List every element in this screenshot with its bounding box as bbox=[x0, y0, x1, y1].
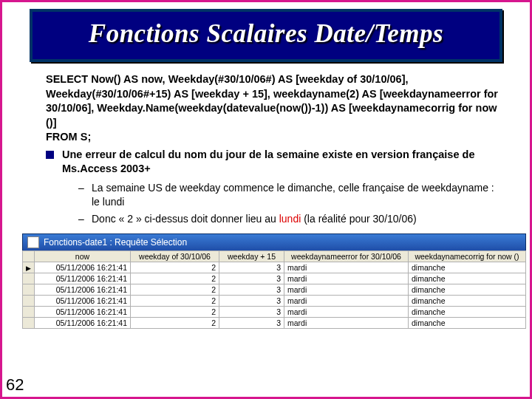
dash-donc-a: Donc « 2 » ci-dessus doit donner lieu au bbox=[92, 213, 279, 225]
bullet-error: Une erreur de calcul du nom du jour de l… bbox=[46, 148, 504, 226]
bullet-list: Une erreur de calcul du nom du jour de l… bbox=[46, 148, 504, 226]
dash-donc: Donc « 2 » ci-dessus doit donner lieu au… bbox=[74, 212, 504, 226]
dash-donc-red: lundi bbox=[279, 213, 301, 225]
bullet-error-text: Une erreur de calcul du nom du jour de l… bbox=[62, 149, 474, 175]
page-number: 62 bbox=[6, 375, 24, 395]
sub-bullets: La semaine US de weekday commence le dim… bbox=[62, 181, 504, 226]
dash-us-week: La semaine US de weekday commence le dim… bbox=[74, 181, 504, 209]
dash-donc-b: (la réalité pour 30/10/06) bbox=[301, 213, 416, 225]
